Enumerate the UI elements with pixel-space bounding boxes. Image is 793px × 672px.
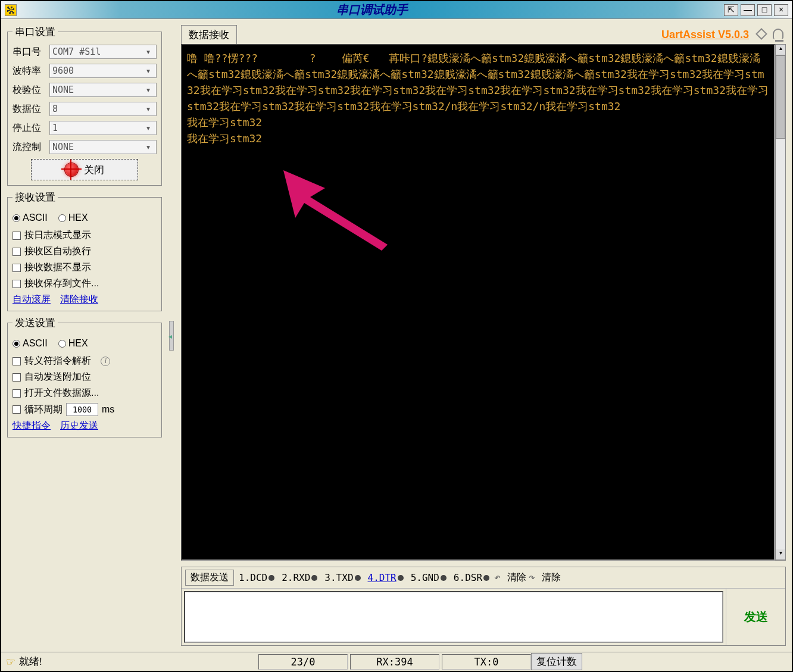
status-rx: RX:394 <box>350 654 439 670</box>
baud-label: 波特率 <box>13 65 46 77</box>
chevron-down-icon: ▾ <box>143 123 154 133</box>
scroll-thumb[interactable] <box>776 55 785 139</box>
svg-marker-0 <box>283 170 388 251</box>
close-port-label: 关闭 <box>84 163 104 177</box>
pin-dsr[interactable]: 6.DSR <box>454 572 489 583</box>
send-settings-legend: 发送设置 <box>13 316 58 330</box>
pin-txd[interactable]: 3.TXD <box>324 572 360 583</box>
console-content: 噜 噜??愣??? ? 偏芮€ 苒咔口?鎴贱濠潏へ籲stm32鎴贱濠潏へ籲stm… <box>187 52 769 145</box>
recv-hex-radio[interactable]: HEX <box>58 212 88 223</box>
cycle-check[interactable] <box>13 405 21 414</box>
save-file-check[interactable]: 接收保存到文件... <box>13 277 157 290</box>
status-tx: TX:0 <box>442 654 531 670</box>
titlebar: 串口调试助手 ⇱ — □ × <box>1 1 792 19</box>
parity-label: 校验位 <box>13 84 46 96</box>
recv-settings-legend: 接收设置 <box>13 190 58 204</box>
clear-recv-link[interactable]: 清除接收 <box>60 293 98 306</box>
maximize-button[interactable]: □ <box>757 4 772 16</box>
cycle-label: 循环周期 <box>24 404 63 416</box>
hand-icon: ☞ <box>6 655 15 668</box>
rx-tab[interactable]: 数据接收 <box>181 25 237 44</box>
parity-select[interactable]: NONE▾ <box>49 83 157 97</box>
send-settings-group: 发送设置 ASCII HEX 转义符指令解析 i 自动发送附加位 打开文件数据源… <box>7 316 162 437</box>
cycle-unit: ms <box>102 404 114 415</box>
log-mode-check[interactable]: 按日志模式显示 <box>13 229 157 242</box>
app-icon <box>5 4 17 16</box>
serial-settings-legend: 串口设置 <box>13 25 58 39</box>
recv-settings-group: 接收设置 ASCII HEX 按日志模式显示 接收区自动换行 接收数据不显示 接… <box>7 190 162 311</box>
history-link[interactable]: 历史发送 <box>60 420 98 432</box>
reset-count-button[interactable]: 复位计数 <box>531 653 582 670</box>
status-count: 23/0 <box>258 654 348 670</box>
tx-tab[interactable]: 数据发送 <box>185 570 234 586</box>
serial-settings-group: 串口设置 串口号 COM7 #Sil▾ 波特率 9600▾ 校验位 NONE▾ … <box>7 25 162 186</box>
cycle-input[interactable] <box>66 403 98 416</box>
chevron-down-icon: ▾ <box>143 85 154 95</box>
stopbits-label: 停止位 <box>13 122 46 135</box>
annotation-arrow <box>283 170 402 252</box>
port-select[interactable]: COM7 #Sil▾ <box>49 45 157 59</box>
clear-left-button[interactable]: 清除 <box>507 571 526 584</box>
send-button[interactable]: 发送 <box>726 589 785 645</box>
auto-append-check[interactable]: 自动发送附加位 <box>13 371 157 383</box>
splitter[interactable]: ◂ <box>168 25 175 646</box>
recv-ascii-radio[interactable]: ASCII <box>13 212 48 223</box>
chevron-down-icon: ▾ <box>143 104 154 114</box>
close-port-button[interactable]: 关闭 <box>31 159 138 180</box>
close-window-button[interactable]: × <box>774 4 788 16</box>
chevron-down-icon: ▾ <box>143 65 154 76</box>
pin-button[interactable]: ⇱ <box>724 4 738 16</box>
undo-icon[interactable] <box>494 573 504 583</box>
pin-gnd[interactable]: 5.GND <box>411 572 447 583</box>
bell-icon[interactable] <box>773 29 786 40</box>
console-scrollbar[interactable]: ▴ ▾ <box>775 44 786 561</box>
stopbits-select[interactable]: 1▾ <box>49 121 157 135</box>
hide-recv-check[interactable]: 接收数据不显示 <box>13 261 157 274</box>
flow-select[interactable]: NONE▾ <box>49 140 157 154</box>
pin-dtr[interactable]: 4.DTR <box>368 572 404 583</box>
window-title: 串口调试助手 <box>20 2 724 18</box>
version-label[interactable]: UartAssist V5.0.3 <box>661 29 749 41</box>
baud-select[interactable]: 9600▾ <box>49 64 157 78</box>
port-label: 串口号 <box>13 46 46 58</box>
receive-console[interactable]: 噜 噜??愣??? ? 偏芮€ 苒咔口?鎴贱濠潏へ籲stm32鎴贱濠潏へ籲stm… <box>181 44 775 561</box>
chevron-down-icon: ▾ <box>143 46 154 57</box>
scroll-down-icon[interactable]: ▾ <box>776 549 785 560</box>
databits-label: 数据位 <box>13 103 46 115</box>
scroll-up-icon[interactable]: ▴ <box>776 45 785 55</box>
minimize-button[interactable]: — <box>741 4 755 16</box>
auto-scroll-link[interactable]: 自动滚屏 <box>13 293 51 306</box>
diamond-icon[interactable] <box>756 29 769 40</box>
databits-select[interactable]: 8▾ <box>49 102 157 116</box>
status-ready: 就绪! <box>19 655 42 668</box>
open-file-check[interactable]: 打开文件数据源... <box>13 387 157 399</box>
chevron-down-icon: ▾ <box>143 142 154 152</box>
connection-status-icon <box>65 163 78 176</box>
send-hex-radio[interactable]: HEX <box>58 338 88 349</box>
flow-label: 流控制 <box>13 141 46 154</box>
send-ascii-radio[interactable]: ASCII <box>13 338 48 349</box>
statusbar: ☞ 就绪! 23/0 RX:394 TX:0 复位计数 <box>1 652 792 671</box>
pin-dcd[interactable]: 1.DCD <box>239 572 274 583</box>
auto-wrap-check[interactable]: 接收区自动换行 <box>13 245 157 258</box>
escape-check[interactable]: 转义符指令解析 i <box>13 355 157 367</box>
pin-rxd[interactable]: 2.RXD <box>282 572 317 583</box>
info-icon[interactable]: i <box>101 357 110 366</box>
redo-icon[interactable] <box>529 573 538 583</box>
quick-cmd-link[interactable]: 快捷指令 <box>13 420 51 432</box>
app-window: 串口调试助手 ⇱ — □ × 串口设置 串口号 COM7 #Sil▾ 波特率 9… <box>0 0 793 672</box>
send-input[interactable] <box>184 591 723 643</box>
clear-right-button[interactable]: 清除 <box>542 571 561 584</box>
send-area: 数据发送 1.DCD 2.RXD 3.TXD 4.DTR 5.GND 6.DSR… <box>181 567 786 646</box>
